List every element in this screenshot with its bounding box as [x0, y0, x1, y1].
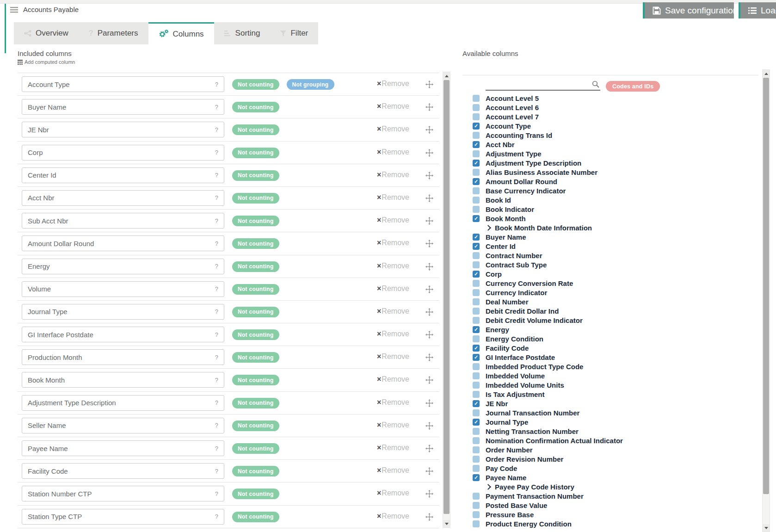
scrollbar-thumb[interactable] — [763, 78, 769, 494]
remove-button[interactable]: × Remove — [377, 375, 409, 384]
checkbox[interactable]: ✓ — [473, 400, 480, 407]
checkbox[interactable] — [473, 391, 480, 398]
available-column-item[interactable]: Payee Pay Code History — [473, 482, 755, 491]
checkbox[interactable] — [473, 437, 480, 444]
checkbox[interactable]: ✓ — [473, 123, 480, 130]
checkbox[interactable]: ✓ — [473, 234, 480, 241]
checkbox[interactable]: ✓ — [473, 141, 480, 148]
help-icon[interactable]: ? — [215, 308, 218, 315]
available-column-item[interactable]: Imbedded Product Type Code — [473, 362, 755, 371]
checkbox[interactable]: ✓ — [473, 474, 480, 481]
move-handle-icon[interactable] — [425, 80, 433, 88]
remove-button[interactable]: × Remove — [377, 102, 409, 111]
move-handle-icon[interactable] — [425, 126, 433, 134]
available-column-item[interactable]: Order Revision Number — [473, 454, 755, 464]
expand-chevron-icon[interactable] — [485, 484, 491, 490]
available-column-item[interactable]: Imbedded Volume — [473, 371, 755, 380]
column-name-field[interactable]: Buyer Name ? — [22, 99, 224, 115]
checkbox[interactable] — [473, 428, 480, 435]
available-column-item[interactable]: Netting Transaction Number — [473, 427, 755, 436]
remove-button[interactable]: × Remove — [377, 466, 409, 475]
available-column-item[interactable]: Pay Code — [473, 464, 755, 473]
available-column-item[interactable]: ✓ Corp — [473, 269, 755, 278]
help-icon[interactable]: ? — [215, 377, 218, 384]
help-icon[interactable]: ? — [215, 490, 218, 497]
remove-button[interactable]: × Remove — [377, 421, 409, 429]
available-column-item[interactable]: ✓ Book Month — [473, 214, 755, 223]
checkbox[interactable] — [473, 493, 480, 500]
checkbox[interactable]: ✓ — [473, 326, 480, 333]
help-icon[interactable]: ? — [215, 399, 218, 406]
remove-button[interactable]: × Remove — [377, 398, 409, 407]
move-handle-icon[interactable] — [425, 217, 433, 225]
remove-button[interactable]: × Remove — [377, 125, 409, 133]
available-column-item[interactable]: ✓ Center Id — [473, 241, 755, 251]
tab-parameters[interactable]: ? Parameters — [79, 22, 148, 44]
help-icon[interactable]: ? — [215, 217, 218, 224]
move-handle-icon[interactable] — [425, 353, 433, 361]
available-column-item[interactable]: Contract Number — [473, 251, 755, 260]
move-handle-icon[interactable] — [425, 308, 433, 316]
available-column-item[interactable]: Energy Condition — [473, 334, 755, 343]
available-column-item[interactable]: Account Level 5 — [473, 93, 755, 103]
remove-button[interactable]: × Remove — [377, 489, 409, 497]
column-name-field[interactable]: Production Month ? — [22, 349, 224, 365]
available-column-item[interactable]: ✓ GI Interface Postdate — [473, 353, 755, 362]
move-handle-icon[interactable] — [425, 103, 433, 111]
remove-button[interactable]: × Remove — [377, 330, 409, 338]
help-icon[interactable]: ? — [215, 81, 218, 88]
search-input[interactable] — [486, 79, 589, 90]
available-column-item[interactable]: Debit Credit Dollar Ind — [473, 306, 755, 315]
checkbox[interactable]: ✓ — [473, 419, 480, 426]
help-icon[interactable]: ? — [215, 149, 218, 156]
checkbox[interactable] — [473, 252, 480, 259]
tab-overview[interactable]: Overview — [14, 22, 79, 44]
available-column-item[interactable]: Base Currency Indicator — [473, 186, 755, 195]
checkbox[interactable] — [473, 372, 480, 379]
move-handle-icon[interactable] — [425, 285, 433, 293]
available-column-item[interactable]: Currency Indicator — [473, 288, 755, 297]
available-column-item[interactable]: Product Energy Condition — [473, 519, 755, 528]
available-column-item[interactable]: ✓ Buyer Name — [473, 232, 755, 241]
column-name-field[interactable]: Station Type CTP ? — [22, 509, 224, 525]
checkbox[interactable] — [473, 150, 480, 157]
column-name-field[interactable]: Energy ? — [22, 259, 224, 274]
scrollbar-thumb[interactable] — [443, 80, 450, 514]
help-icon[interactable]: ? — [215, 445, 218, 452]
help-icon[interactable]: ? — [215, 126, 218, 133]
available-column-item[interactable]: Book Id — [473, 195, 755, 204]
help-icon[interactable]: ? — [215, 194, 218, 201]
column-name-field[interactable]: Facility Code ? — [22, 463, 224, 479]
available-column-item[interactable]: Adjustment Type — [473, 149, 755, 158]
available-column-item[interactable]: Debit Credit Volume Indicator — [473, 315, 755, 325]
available-column-item[interactable]: Alias Business Associate Number — [473, 167, 755, 177]
help-icon[interactable]: ? — [215, 263, 218, 270]
move-handle-icon[interactable] — [425, 331, 433, 339]
move-handle-icon[interactable] — [425, 194, 433, 202]
checkbox[interactable]: ✓ — [473, 243, 480, 250]
checkbox[interactable] — [473, 187, 480, 194]
checkbox[interactable] — [473, 409, 480, 416]
available-column-item[interactable]: Deal Number — [473, 297, 755, 306]
checkbox[interactable] — [473, 317, 480, 324]
checkbox[interactable] — [473, 308, 480, 315]
column-name-field[interactable]: Sub Acct Nbr ? — [22, 213, 224, 229]
help-icon[interactable]: ? — [215, 354, 218, 361]
column-name-field[interactable]: JE Nbr ? — [22, 122, 224, 137]
checkbox[interactable] — [473, 280, 480, 287]
remove-button[interactable]: × Remove — [377, 80, 409, 88]
checkbox[interactable] — [473, 113, 480, 120]
column-name-field[interactable]: Station Number CTP ? — [22, 486, 224, 501]
available-column-item[interactable]: Accounting Trans Id — [473, 130, 755, 140]
column-name-field[interactable]: Journal Type ? — [22, 304, 224, 320]
column-name-field[interactable]: Amount Dollar Round ? — [22, 235, 224, 251]
available-column-item[interactable]: Account Level 7 — [473, 112, 755, 121]
column-name-field[interactable]: Seller Name ? — [22, 418, 224, 433]
move-handle-icon[interactable] — [425, 172, 433, 179]
checkbox[interactable] — [473, 520, 480, 527]
checkbox[interactable] — [473, 261, 480, 268]
checkbox[interactable]: ✓ — [473, 215, 480, 222]
available-column-item[interactable]: Currency Conversion Rate — [473, 278, 755, 288]
available-column-item[interactable]: ✓ Adjustment Type Description — [473, 158, 755, 167]
checkbox[interactable] — [473, 132, 480, 139]
